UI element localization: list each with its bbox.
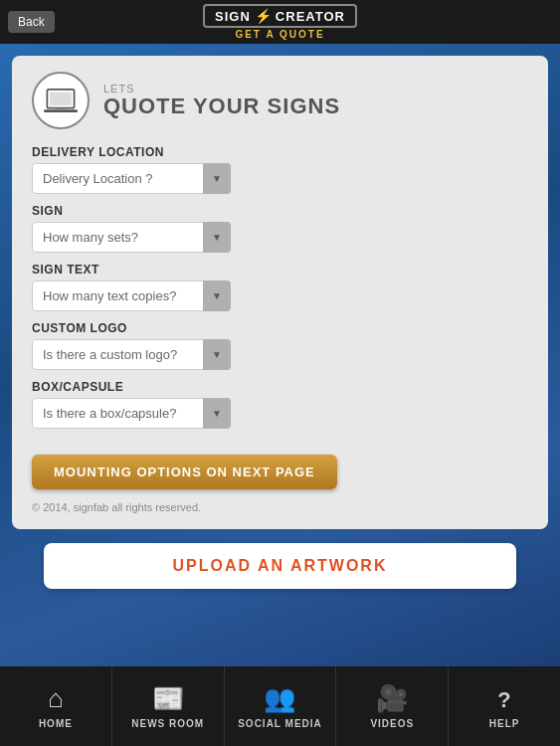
nav-news-label: NEWS ROOM [131, 718, 204, 729]
nav-item-news-room[interactable]: NEWS ROOM [112, 666, 225, 746]
sign-label: SIGN [32, 204, 528, 218]
social-icon [264, 683, 295, 714]
logo-sign-text: SIGN [215, 9, 251, 24]
nav-item-help[interactable]: HELP [449, 666, 560, 746]
custom-logo-select-wrap: Is there a custom logo? [32, 339, 231, 370]
quote-title: QUOTE YOUR SIGNS [103, 94, 340, 118]
nav-item-social-media[interactable]: SOCIAL MEDIA [225, 666, 337, 746]
nav-item-videos[interactable]: VIDEOS [336, 666, 449, 746]
custom-logo-label: CUSTOM LOGO [32, 321, 528, 335]
nav-videos-label: VIDEOS [370, 718, 414, 729]
nav-help-label: HELP [489, 718, 520, 729]
upload-artwork-button[interactable]: UPLOAD AN ARTWORK [44, 543, 515, 589]
svg-rect-3 [56, 108, 66, 110]
delivery-label: Delivery Location [32, 145, 528, 159]
card-header-text: LETS QUOTE YOUR SIGNS [103, 83, 340, 118]
video-icon [376, 683, 408, 714]
custom-logo-select[interactable]: Is there a custom logo? [32, 339, 231, 370]
box-capsule-section: BOX/CAPSULE Is there a box/capsule? [32, 380, 528, 429]
sign-text-section: SIGN TEXT How many text copies? [32, 263, 528, 311]
custom-logo-section: CUSTOM LOGO Is there a custom logo? [32, 321, 528, 370]
laptop-icon [44, 84, 78, 117]
box-capsule-label: BOX/CAPSULE [32, 380, 528, 394]
sign-section: SIGN How many sets? [32, 204, 528, 253]
quote-card: LETS QUOTE YOUR SIGNS Delivery Location … [12, 56, 548, 529]
sign-text-select[interactable]: How many text copies? [32, 280, 231, 311]
upload-btn-wrap: UPLOAD AN ARTWORK [12, 543, 548, 589]
card-header: LETS QUOTE YOUR SIGNS [32, 72, 528, 129]
help-icon [497, 683, 510, 714]
back-button[interactable]: Back [8, 11, 55, 33]
box-capsule-select[interactable]: Is there a box/capsule? [32, 398, 231, 429]
svg-rect-2 [44, 109, 78, 112]
logo-creator-text: CREATOR [276, 9, 345, 24]
bolt-icon: ⚡ [255, 8, 272, 24]
mounting-options-button[interactable]: MOUNTING OPTIONS ON NEXT PAGE [32, 455, 337, 489]
main-background: LETS QUOTE YOUR SIGNS Delivery Location … [0, 44, 560, 700]
sign-select-wrap: How many sets? [32, 222, 231, 253]
copyright-text: © 2014, signfab all rights reserved. [32, 501, 528, 513]
home-icon [48, 683, 64, 714]
laptop-icon-wrap [32, 72, 90, 129]
delivery-section: Delivery Location Delivery Location ? [32, 145, 528, 194]
news-icon [152, 683, 184, 714]
header: Back SIGN ⚡ CREATOR GET A QUOTE [0, 0, 560, 44]
svg-rect-1 [50, 93, 72, 106]
sign-text-select-wrap: How many text copies? [32, 280, 231, 311]
bottom-nav: HOME NEWS ROOM SOCIAL MEDIA VIDEOS HELP [0, 666, 560, 746]
delivery-select-wrap: Delivery Location ? [32, 163, 231, 194]
sign-text-label: SIGN TEXT [32, 263, 528, 277]
app-logo: SIGN ⚡ CREATOR GET A QUOTE [203, 4, 357, 40]
sign-select[interactable]: How many sets? [32, 222, 231, 253]
nav-social-label: SOCIAL MEDIA [238, 718, 322, 729]
delivery-select[interactable]: Delivery Location ? [32, 163, 231, 194]
nav-item-home[interactable]: HOME [0, 666, 112, 746]
box-capsule-select-wrap: Is there a box/capsule? [32, 398, 231, 429]
nav-home-label: HOME [39, 718, 73, 729]
header-subtitle: GET A QUOTE [235, 29, 324, 40]
